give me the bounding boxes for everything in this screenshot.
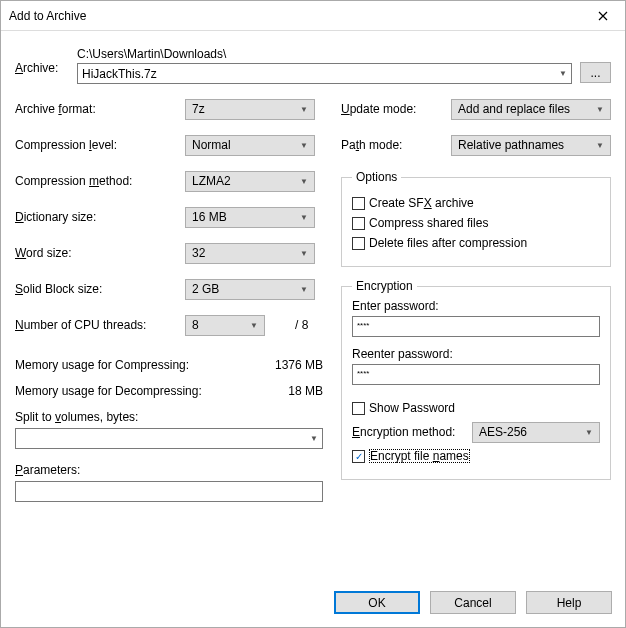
ok-button[interactable]: OK	[334, 591, 420, 614]
path-select[interactable]: Relative pathnames ▼	[451, 135, 611, 156]
level-label: Compression level:	[15, 138, 185, 152]
archive-filename-text: HiJackThis.7z	[82, 67, 157, 81]
chevron-down-icon: ▼	[300, 177, 308, 186]
threads-select[interactable]: 8 ▼	[185, 315, 265, 336]
chevron-down-icon: ▼	[596, 141, 604, 150]
chevron-down-icon: ▼	[300, 105, 308, 114]
chevron-down-icon: ▼	[310, 434, 318, 443]
enc-method-select[interactable]: AES-256 ▼	[472, 422, 600, 443]
options-legend: Options	[352, 170, 401, 184]
block-value: 2 GB	[192, 282, 219, 296]
titlebar: Add to Archive	[1, 1, 625, 31]
options-group: Options Create SFX archive Compress shar…	[341, 170, 611, 267]
method-select[interactable]: LZMA2 ▼	[185, 171, 315, 192]
mem-decompress-value: 18 MB	[288, 384, 323, 398]
threads-max: / 8	[295, 318, 308, 332]
sfx-label: Create SFX archive	[369, 196, 474, 210]
word-select[interactable]: 32 ▼	[185, 243, 315, 264]
mem-decompress-label: Memory usage for Decompressing:	[15, 384, 202, 398]
params-label: Parameters:	[15, 463, 323, 477]
update-label: Update mode:	[341, 102, 451, 116]
dictionary-value: 16 MB	[192, 210, 227, 224]
browse-button[interactable]: ...	[580, 62, 611, 83]
show-password-label: Show Password	[369, 401, 455, 415]
delete-label: Delete files after compression	[369, 236, 527, 250]
mem-compress-label: Memory usage for Compressing:	[15, 358, 189, 372]
enc-method-value: AES-256	[479, 425, 527, 439]
help-button[interactable]: Help	[526, 591, 612, 614]
update-select[interactable]: Add and replace files ▼	[451, 99, 611, 120]
show-password-checkbox[interactable]	[352, 402, 365, 415]
chevron-down-icon[interactable]: ▼	[559, 69, 567, 78]
shared-label: Compress shared files	[369, 216, 488, 230]
dictionary-label: Dictionary size:	[15, 210, 185, 224]
chevron-down-icon: ▼	[300, 249, 308, 258]
level-select[interactable]: Normal ▼	[185, 135, 315, 156]
sfx-checkbox[interactable]	[352, 197, 365, 210]
block-label: Solid Block size:	[15, 282, 185, 296]
chevron-down-icon: ▼	[585, 428, 593, 437]
path-label: Path mode:	[341, 138, 451, 152]
chevron-down-icon: ▼	[596, 105, 604, 114]
word-label: Word size:	[15, 246, 185, 260]
block-select[interactable]: 2 GB ▼	[185, 279, 315, 300]
encrypt-names-checkbox[interactable]: ✓	[352, 450, 365, 463]
chevron-down-icon: ▼	[300, 141, 308, 150]
dictionary-select[interactable]: 16 MB ▼	[185, 207, 315, 228]
encrypt-names-label: Encrypt file names	[369, 449, 470, 463]
reenter-password-value: ****	[357, 369, 369, 378]
enc-method-label: Encryption method:	[352, 425, 472, 439]
method-label: Compression method:	[15, 174, 185, 188]
params-input[interactable]	[15, 481, 323, 502]
delete-checkbox[interactable]	[352, 237, 365, 250]
mem-compress-value: 1376 MB	[275, 358, 323, 372]
format-label: Archive format:	[15, 102, 185, 116]
reenter-password-label: Reenter password:	[352, 347, 600, 361]
format-value: 7z	[192, 102, 205, 116]
encryption-group: Encryption Enter password: **** Reenter …	[341, 279, 611, 480]
archive-path: C:\Users\Martin\Downloads\	[77, 47, 572, 61]
word-value: 32	[192, 246, 205, 260]
split-label: Split to volumes, bytes:	[15, 410, 323, 424]
close-icon[interactable]	[580, 1, 625, 31]
encryption-legend: Encryption	[352, 279, 417, 293]
reenter-password-input[interactable]: ****	[352, 364, 600, 385]
chevron-down-icon: ▼	[300, 285, 308, 294]
window-title: Add to Archive	[9, 9, 86, 23]
split-input[interactable]: ▼	[15, 428, 323, 449]
enter-password-value: ****	[357, 321, 369, 330]
shared-checkbox[interactable]	[352, 217, 365, 230]
format-select[interactable]: 7z ▼	[185, 99, 315, 120]
chevron-down-icon: ▼	[250, 321, 258, 330]
path-value: Relative pathnames	[458, 138, 564, 152]
archive-label: Archive:	[15, 47, 69, 75]
archive-filename-input[interactable]: HiJackThis.7z ▼	[77, 63, 572, 84]
update-value: Add and replace files	[458, 102, 570, 116]
enter-password-input[interactable]: ****	[352, 316, 600, 337]
method-value: LZMA2	[192, 174, 231, 188]
threads-value: 8	[192, 318, 199, 332]
threads-label: Number of CPU threads:	[15, 318, 185, 332]
enter-password-label: Enter password:	[352, 299, 600, 313]
level-value: Normal	[192, 138, 231, 152]
chevron-down-icon: ▼	[300, 213, 308, 222]
cancel-button[interactable]: Cancel	[430, 591, 516, 614]
